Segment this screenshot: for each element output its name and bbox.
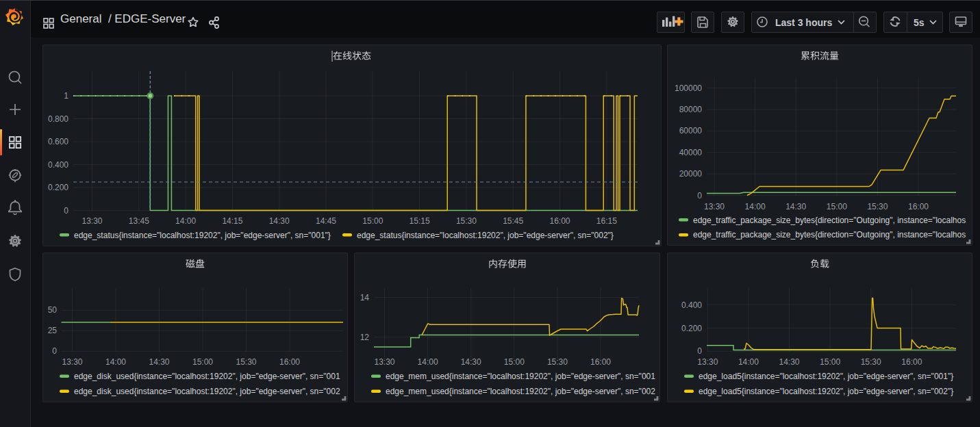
- svg-text:16:00: 16:00: [901, 357, 922, 367]
- svg-text:16:00: 16:00: [908, 202, 929, 211]
- svg-text:14:30: 14:30: [269, 216, 290, 226]
- svg-text:80000: 80000: [679, 105, 703, 114]
- svg-text:edge_load5{instance="localhost: edge_load5{instance="localhost:19202", j…: [699, 387, 953, 396]
- svg-text:1: 1: [64, 91, 68, 101]
- svg-text:100000: 100000: [675, 83, 702, 93]
- svg-text:13:30: 13:30: [374, 357, 394, 367]
- svg-text:15:30: 15:30: [236, 357, 256, 367]
- svg-text:14:15: 14:15: [222, 216, 242, 226]
- svg-text:13:45: 13:45: [129, 216, 149, 226]
- svg-text:14:30: 14:30: [779, 357, 799, 367]
- svg-text:14:30: 14:30: [149, 357, 169, 367]
- svg-text:14:30: 14:30: [786, 202, 806, 211]
- svg-text:0.800: 0.800: [48, 114, 68, 124]
- svg-text:15:30: 15:30: [547, 357, 568, 367]
- svg-text:50: 50: [48, 305, 58, 315]
- svg-text:16:15: 16:15: [596, 216, 617, 226]
- svg-text:15:00: 15:00: [504, 357, 525, 367]
- svg-text:15:00: 15:00: [820, 357, 840, 367]
- svg-text:13:30: 13:30: [81, 216, 102, 226]
- svg-text:0.400: 0.400: [48, 160, 68, 170]
- svg-text:0.400: 0.400: [681, 300, 702, 310]
- svg-text:15:00: 15:00: [827, 202, 847, 211]
- svg-text:0.200: 0.200: [681, 324, 702, 333]
- svg-text:60000: 60000: [679, 126, 703, 135]
- svg-text:0: 0: [52, 346, 57, 356]
- svg-text:15:30: 15:30: [867, 202, 888, 211]
- svg-text:12: 12: [360, 333, 370, 342]
- svg-text:edge_status{instance="localhos: edge_status{instance="localhost:19202", …: [357, 231, 614, 240]
- svg-text:0: 0: [697, 346, 702, 356]
- svg-text:13:30: 13:30: [62, 357, 82, 367]
- svg-text:0: 0: [697, 191, 702, 200]
- svg-text:0.200: 0.200: [48, 183, 68, 192]
- svg-text:edge_mem_used{instance="localh: edge_mem_used{instance="localhost:19202"…: [386, 372, 655, 381]
- svg-text:edge_traffic_package_size_byte: edge_traffic_package_size_bytes{directio…: [693, 230, 966, 240]
- svg-text:14:00: 14:00: [418, 357, 438, 367]
- svg-text:14:30: 14:30: [461, 357, 481, 367]
- svg-text:14:45: 14:45: [316, 216, 336, 226]
- svg-text:15:30: 15:30: [861, 357, 881, 367]
- svg-text:14:00: 14:00: [175, 216, 196, 226]
- svg-text:15:00: 15:00: [192, 357, 213, 367]
- svg-text:16:00: 16:00: [279, 357, 300, 367]
- svg-text:14:00: 14:00: [738, 357, 759, 367]
- svg-text:15:15: 15:15: [410, 216, 430, 226]
- svg-text:16:00: 16:00: [590, 357, 611, 367]
- svg-text:13:30: 13:30: [697, 357, 718, 367]
- svg-text:20000: 20000: [679, 169, 703, 179]
- svg-text:edge_disk_used{instance="local: edge_disk_used{instance="localhost:19202…: [74, 372, 340, 381]
- svg-text:edge_disk_used{instance="local: edge_disk_used{instance="localhost:19202…: [74, 387, 340, 396]
- svg-text:40000: 40000: [679, 148, 703, 157]
- svg-text:13:30: 13:30: [704, 202, 725, 211]
- svg-text:16:00: 16:00: [549, 216, 570, 226]
- svg-text:0.600: 0.600: [48, 137, 68, 146]
- svg-text:15:30: 15:30: [456, 216, 477, 226]
- svg-text:edge_traffic_package_size_byte: edge_traffic_package_size_bytes{directio…: [693, 216, 966, 225]
- svg-text:edge_mem_used{instance="localh: edge_mem_used{instance="localhost:19202"…: [386, 387, 655, 396]
- svg-text:14:00: 14:00: [105, 357, 126, 367]
- svg-text:15:00: 15:00: [362, 216, 383, 226]
- svg-text:14: 14: [360, 293, 370, 302]
- svg-text:14:00: 14:00: [745, 202, 766, 211]
- svg-text:edge_status{instance="localhos: edge_status{instance="localhost:19202", …: [74, 231, 331, 240]
- svg-text:0: 0: [64, 206, 68, 216]
- svg-text:edge_load5{instance="localhost: edge_load5{instance="localhost:19202", j…: [699, 372, 953, 381]
- svg-text:15:45: 15:45: [503, 216, 523, 226]
- svg-text:25: 25: [48, 326, 58, 335]
